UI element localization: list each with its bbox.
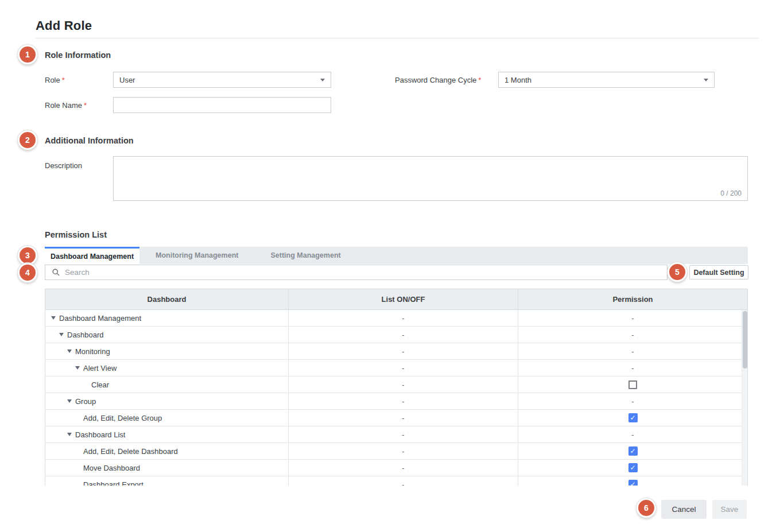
save-button[interactable]: Save <box>712 500 747 519</box>
permission-tabbar: Dashboard Management Monitoring Manageme… <box>45 247 748 264</box>
permission-cell: - <box>518 393 747 409</box>
description-textarea[interactable] <box>114 157 747 200</box>
list-onoff-cell: - <box>288 476 518 486</box>
permission-item-label: Move Dashboard <box>83 464 140 472</box>
search-icon <box>52 268 60 277</box>
permission-table-header: Dashboard List ON/OFF Permission <box>45 289 747 310</box>
list-onoff-cell: - <box>288 460 518 476</box>
cancel-button[interactable]: Cancel <box>661 500 707 519</box>
permission-item-label: Add, Edit, Delete Dashboard <box>83 447 178 456</box>
permission-item-cell: Dashboard Export <box>45 476 288 486</box>
permission-table-row: Clear - <box>45 376 747 393</box>
password-change-cycle-select[interactable]: 1 Month <box>498 72 715 88</box>
expand-triangle-icon[interactable] <box>59 333 64 336</box>
permission-item-label: Dashboard List <box>75 430 125 439</box>
permission-table-body: Dashboard Management - - Dashboard - - M… <box>45 310 747 486</box>
permission-item-cell: Alert View <box>45 360 288 376</box>
list-onoff-cell: - <box>288 343 518 359</box>
permission-list-heading: Permission List <box>45 230 107 239</box>
permission-item-cell: Add, Edit, Delete Group <box>45 410 288 426</box>
search-input[interactable] <box>65 268 667 277</box>
permission-cell: - <box>518 327 747 343</box>
list-onoff-cell: - <box>288 410 518 426</box>
required-asterisk: * <box>478 76 481 84</box>
description-field: 0 / 200 <box>113 156 748 201</box>
checkbox-unchecked-icon[interactable] <box>628 380 637 389</box>
permission-table-row: Alert View - - <box>45 360 747 376</box>
permission-item-label: Alert View <box>83 364 117 372</box>
permission-table-row: Dashboard Export - <box>45 476 747 486</box>
permission-table-row: Group - - <box>45 393 747 410</box>
permission-cell: - <box>518 360 747 376</box>
column-header-dashboard: Dashboard <box>45 289 288 309</box>
list-onoff-cell: - <box>288 310 518 326</box>
table-scrollbar[interactable] <box>742 310 747 486</box>
expand-triangle-icon[interactable] <box>75 366 80 370</box>
checkbox-checked-icon[interactable] <box>628 413 638 422</box>
permission-cell <box>518 476 747 486</box>
search-box <box>45 265 668 280</box>
column-header-list-onoff: List ON/OFF <box>288 289 518 309</box>
role-name-input[interactable] <box>113 97 331 113</box>
checkbox-checked-icon[interactable] <box>628 463 638 472</box>
role-information-heading: Role Information <box>45 51 111 60</box>
permission-item-cell: Dashboard List <box>45 426 288 442</box>
expand-triangle-icon[interactable] <box>67 399 72 403</box>
role-select-value: User <box>119 76 320 84</box>
permission-table: Dashboard List ON/OFF Permission Dashboa… <box>45 289 748 486</box>
step-badge-6: 6 <box>637 498 656 518</box>
tab-dashboard-management[interactable]: Dashboard Management <box>45 247 139 264</box>
step-badge-1: 1 <box>18 45 37 64</box>
permission-cell: - <box>518 310 747 326</box>
step-badge-5: 5 <box>668 262 687 282</box>
default-setting-button[interactable]: Default Setting <box>689 265 748 279</box>
password-change-cycle-value: 1 Month <box>505 76 704 84</box>
permission-item-cell: Dashboard Management <box>45 310 288 326</box>
list-onoff-cell: - <box>288 426 518 442</box>
tab-setting-management[interactable]: Setting Management <box>254 247 356 264</box>
list-onoff-cell: - <box>288 360 518 376</box>
checkbox-checked-icon[interactable] <box>628 480 638 486</box>
table-scrollbar-thumb[interactable] <box>743 311 747 368</box>
permission-item-label: Dashboard <box>67 331 104 339</box>
expand-triangle-icon[interactable] <box>67 433 72 436</box>
permission-item-cell: Monitoring <box>45 343 288 359</box>
step-badge-2: 2 <box>18 130 37 150</box>
expand-triangle-icon[interactable] <box>67 350 72 353</box>
permission-table-row: Dashboard Management - - <box>45 310 747 327</box>
required-asterisk: * <box>84 101 87 110</box>
required-asterisk: * <box>62 76 65 84</box>
role-label: Role* <box>45 76 65 84</box>
chevron-down-icon <box>704 79 708 81</box>
step-badge-4: 4 <box>18 263 37 282</box>
additional-information-heading: Additional Information <box>45 136 134 145</box>
chevron-down-icon <box>320 79 325 81</box>
step-badge-3: 3 <box>18 246 37 265</box>
checkbox-checked-icon[interactable] <box>628 446 638 456</box>
permission-item-cell: Move Dashboard <box>45 460 288 476</box>
column-header-permission: Permission <box>518 289 747 309</box>
permission-item-label: Dashboard Management <box>59 314 141 323</box>
permission-table-row: Add, Edit, Delete Dashboard - <box>45 443 747 460</box>
page-title: Add Role <box>36 18 92 33</box>
permission-item-cell: Clear <box>45 376 288 393</box>
role-name-label: Role Name* <box>45 101 87 110</box>
permission-table-row: Move Dashboard - <box>45 460 747 476</box>
permission-cell: - <box>518 426 747 442</box>
title-divider <box>36 38 759 38</box>
permission-item-label: Dashboard Export <box>83 480 143 486</box>
tab-monitoring-management[interactable]: Monitoring Management <box>139 247 254 264</box>
permission-cell <box>518 376 747 393</box>
role-select[interactable]: User <box>113 72 331 88</box>
permission-item-label: Monitoring <box>75 347 110 356</box>
add-role-page: Add Role 1 2 3 4 5 6 Role Information Ro… <box>0 0 776 532</box>
permission-table-row: Dashboard List - - <box>45 426 747 443</box>
list-onoff-cell: - <box>288 327 518 343</box>
expand-triangle-icon[interactable] <box>51 316 56 320</box>
description-label: Description <box>45 161 82 170</box>
permission-cell <box>518 460 747 476</box>
permission-item-cell: Add, Edit, Delete Dashboard <box>45 443 288 459</box>
permission-cell <box>518 410 747 426</box>
list-onoff-cell: - <box>288 376 518 393</box>
permission-item-cell: Dashboard <box>45 327 288 343</box>
